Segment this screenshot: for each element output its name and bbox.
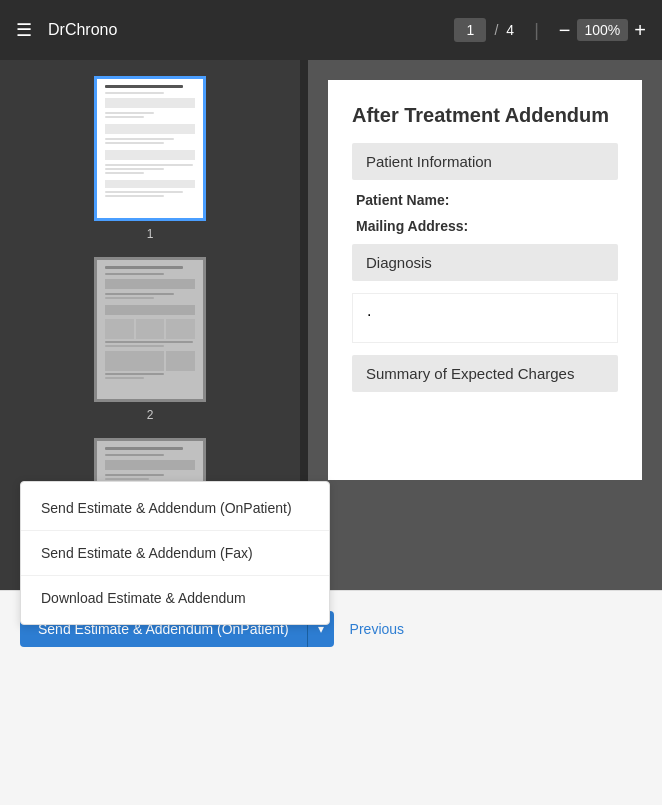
previous-button[interactable]: Previous	[346, 611, 408, 647]
mailing-address-row: Mailing Address:	[352, 218, 618, 234]
zoom-increase-button[interactable]: +	[634, 20, 646, 40]
mailing-address-label: Mailing Address:	[356, 218, 468, 234]
thumbnail-label-1: 1	[147, 227, 154, 241]
patient-name-row: Patient Name:	[352, 192, 618, 208]
navbar: ☰ DrChrono / 4 | − 100% +	[0, 0, 662, 60]
thumbnail-item-1[interactable]: 1	[94, 76, 206, 241]
thumbnail-item-2[interactable]: 2	[94, 257, 206, 422]
thumbnail-label-2: 2	[147, 408, 154, 422]
page-divider: |	[534, 20, 539, 41]
doc-preview: After Treatment Addendum Patient Informa…	[308, 60, 662, 590]
page-total: 4	[506, 22, 514, 38]
diagnosis-header: Diagnosis	[352, 244, 618, 281]
patient-info-header: Patient Information	[352, 143, 618, 180]
diagnosis-content: .	[352, 293, 618, 343]
thumbnail-doc-1	[97, 79, 203, 218]
bottom-area: Send Estimate & Addendum (OnPatient) Sen…	[0, 590, 662, 805]
zoom-controls: − 100% +	[559, 19, 646, 41]
action-row: Send Estimate & Addendum (OnPatient) Sen…	[0, 591, 662, 667]
split-button-container: Send Estimate & Addendum (OnPatient) Sen…	[20, 611, 334, 647]
summary-header: Summary of Expected Charges	[352, 355, 618, 392]
thumbnail-doc-2	[97, 260, 203, 399]
page-separator: /	[494, 22, 498, 38]
zoom-level: 100%	[577, 19, 629, 41]
doc-page: After Treatment Addendum Patient Informa…	[328, 80, 642, 480]
page-number-input[interactable]	[454, 18, 486, 42]
zoom-decrease-button[interactable]: −	[559, 20, 571, 40]
thumbnail-frame-1	[94, 76, 206, 221]
app-logo: DrChrono	[48, 21, 438, 39]
dropdown-item-fax[interactable]: Send Estimate & Addendum (Fax)	[21, 531, 329, 576]
dropdown-item-download[interactable]: Download Estimate & Addendum	[21, 576, 329, 620]
doc-title: After Treatment Addendum	[352, 104, 618, 127]
menu-icon[interactable]: ☰	[16, 19, 32, 41]
dropdown-item-onpatient[interactable]: Send Estimate & Addendum (OnPatient)	[21, 486, 329, 531]
page-controls: / 4	[454, 18, 514, 42]
thumbnail-frame-2	[94, 257, 206, 402]
patient-name-label: Patient Name:	[356, 192, 449, 208]
dropdown-menu: Send Estimate & Addendum (OnPatient) Sen…	[20, 481, 330, 625]
